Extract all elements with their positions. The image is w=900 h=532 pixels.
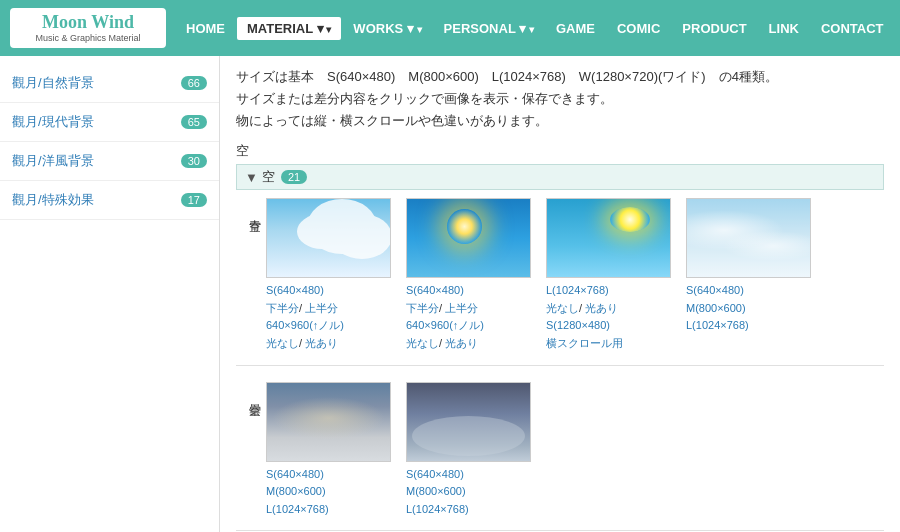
- links-1c: 光なし/ 光あり: [266, 335, 344, 353]
- cloudy-size-1m[interactable]: M(800×600): [266, 483, 329, 501]
- size-label-4l[interactable]: L(1024×768): [686, 317, 749, 335]
- blue-sky-images: S(640×480) 下半分/ 上半分 640×960(↑ノル) 光なし/ 光あ…: [266, 198, 816, 352]
- cloudy-sky-thumb-2[interactable]: [406, 382, 531, 462]
- logo[interactable]: Moon Wind Music & Graphics Material: [8, 6, 168, 50]
- main-content: サイズは基本 S(640×480) M(800×600) L(1024×768)…: [220, 56, 900, 532]
- sidebar-item-modern[interactable]: 觀月/現代背景 65: [0, 103, 219, 142]
- cloudy-sky-row: 曇空 S(640×480) M(800×600) L(1024×768): [236, 382, 884, 532]
- blue-sky-image-1: S(640×480) 下半分/ 上半分 640×960(↑ノル) 光なし/ 光あ…: [266, 198, 396, 352]
- blue-sky-thumb-4[interactable]: [686, 198, 811, 278]
- nav-links: HOME MATERIAL ▾ WORKS ▾ PERSONAL ▾ GAME …: [176, 17, 894, 40]
- cloudy-size-2l[interactable]: L(1024×768): [406, 501, 469, 519]
- nav-personal[interactable]: PERSONAL ▾: [434, 17, 544, 40]
- section-header-label: 空: [262, 168, 275, 186]
- nav-product[interactable]: PRODUCT: [672, 17, 756, 40]
- nav-game[interactable]: GAME: [546, 17, 605, 40]
- blue-sky-info-3: L(1024×768) 光なし/ 光あり S(1280×480) 横スクロール用: [546, 282, 623, 352]
- nav-comic[interactable]: COMIC: [607, 17, 670, 40]
- links-2c: 光なし/ 光あり: [406, 335, 484, 353]
- links-2: 下半分/ 上半分: [406, 300, 484, 318]
- nav-link[interactable]: LINK: [759, 17, 809, 40]
- size-label-4m[interactable]: M(800×600): [686, 300, 749, 318]
- links-2b: 640×960(↑ノル): [406, 317, 484, 335]
- blue-sky-row: 青空 S(640×480) 下半分/ 上半分 640×960(↑ノル) 光なし/…: [236, 198, 884, 365]
- cloudy-sky-image-2: S(640×480) M(800×600) L(1024×768): [406, 382, 536, 519]
- cloudy-sky-images: S(640×480) M(800×600) L(1024×768) S(640×…: [266, 382, 536, 519]
- size-label-3[interactable]: L(1024×768): [546, 282, 623, 300]
- section-header: ▼ 空 21: [236, 164, 884, 190]
- links-3: 光なし/ 光あり: [546, 300, 623, 318]
- nav-material[interactable]: MATERIAL ▾: [237, 17, 341, 40]
- size-label-2[interactable]: S(640×480): [406, 282, 484, 300]
- sidebar-item-natural[interactable]: 觀月/自然背景 66: [0, 64, 219, 103]
- links-1: 下半分/ 上半分: [266, 300, 344, 318]
- size-label-4s[interactable]: S(640×480): [686, 282, 749, 300]
- sidebar: 觀月/自然背景 66 觀月/現代背景 65 觀月/洋風背景 30 觀月/特殊効果…: [0, 56, 220, 532]
- size-info: サイズは基本 S(640×480) M(800×600) L(1024×768)…: [236, 66, 884, 132]
- navbar: Moon Wind Music & Graphics Material HOME…: [0, 0, 900, 56]
- cloudy-sky-label-cell: 曇空: [236, 382, 266, 398]
- blue-sky-image-3: L(1024×768) 光なし/ 光あり S(1280×480) 横スクロール用: [546, 198, 676, 352]
- blue-sky-info-1: S(640×480) 下半分/ 上半分 640×960(↑ノル) 光なし/ 光あ…: [266, 282, 344, 352]
- section-count-badge: 21: [281, 170, 307, 184]
- page-body: 觀月/自然背景 66 觀月/現代背景 65 觀月/洋風背景 30 觀月/特殊効果…: [0, 56, 900, 532]
- nav-works[interactable]: WORKS ▾: [343, 17, 431, 40]
- cloudy-size-1s[interactable]: S(640×480): [266, 466, 329, 484]
- blue-sky-image-2: S(640×480) 下半分/ 上半分 640×960(↑ノル) 光なし/ 光あ…: [406, 198, 536, 352]
- cloudy-size-1l[interactable]: L(1024×768): [266, 501, 329, 519]
- cloudy-sky-label: 曇空: [239, 390, 263, 398]
- section-top-label: 空: [236, 142, 884, 160]
- logo-text: Moon Wind: [35, 13, 140, 33]
- info-line1: サイズは基本 S(640×480) M(800×600) L(1024×768)…: [236, 66, 884, 88]
- cloudy-size-2m[interactable]: M(800×600): [406, 483, 469, 501]
- cloudy-sky-image-1: S(640×480) M(800×600) L(1024×768): [266, 382, 396, 519]
- nav-home[interactable]: HOME: [176, 17, 235, 40]
- cloudy-size-2s[interactable]: S(640×480): [406, 466, 469, 484]
- cloudy-sky-thumb-1[interactable]: [266, 382, 391, 462]
- links-3c: 横スクロール用: [546, 335, 623, 353]
- sidebar-item-effects[interactable]: 觀月/特殊効果 17: [0, 181, 219, 220]
- blue-sky-info-2: S(640×480) 下半分/ 上半分 640×960(↑ノル) 光なし/ 光あ…: [406, 282, 484, 352]
- size-label-1[interactable]: S(640×480): [266, 282, 344, 300]
- nav-contact[interactable]: CONTACT: [811, 17, 894, 40]
- blue-sky-label: 青空: [239, 206, 263, 214]
- blue-sky-thumb-3[interactable]: [546, 198, 671, 278]
- blue-sky-thumb-1[interactable]: [266, 198, 391, 278]
- cloudy-sky-info-1: S(640×480) M(800×600) L(1024×768): [266, 466, 329, 519]
- blue-sky-info-4: S(640×480) M(800×600) L(1024×768): [686, 282, 749, 335]
- links-1b: 640×960(↑ノル): [266, 317, 344, 335]
- sidebar-item-western[interactable]: 觀月/洋風背景 30: [0, 142, 219, 181]
- links-3b: S(1280×480): [546, 317, 623, 335]
- blue-sky-label-cell: 青空: [236, 198, 266, 214]
- blue-sky-thumb-2[interactable]: [406, 198, 531, 278]
- info-line2: サイズまたは差分内容をクリックで画像を表示・保存できます。: [236, 88, 884, 110]
- cloudy-sky-info-2: S(640×480) M(800×600) L(1024×768): [406, 466, 469, 519]
- info-line3: 物によっては縦・横スクロールや色違いがあります。: [236, 110, 884, 132]
- section-arrow-icon: ▼: [245, 170, 258, 185]
- logo-sub: Music & Graphics Material: [35, 33, 140, 43]
- blue-sky-image-4: S(640×480) M(800×600) L(1024×768): [686, 198, 816, 352]
